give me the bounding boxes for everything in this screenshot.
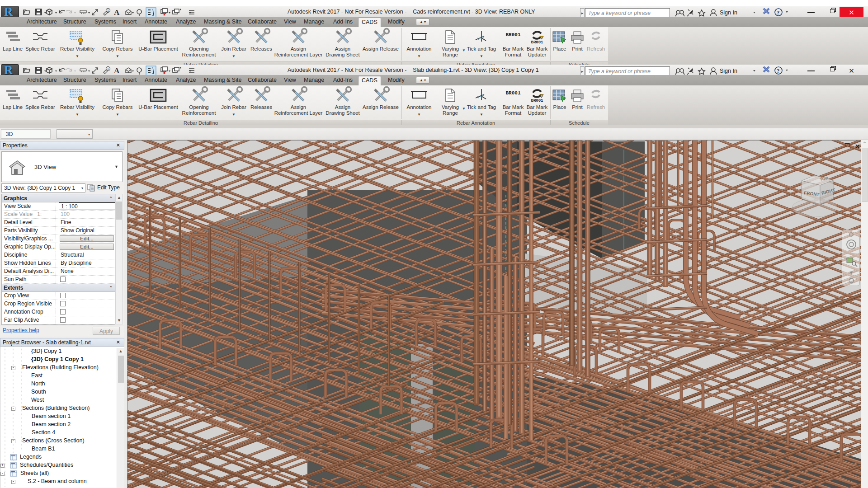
svg-text:BR001: BR001 [531,40,543,45]
svg-text:BR001: BR001 [505,32,520,38]
svg-text:A: A [114,66,120,75]
svg-text:?: ? [777,9,780,16]
svg-text:Sign In: Sign In [720,68,737,74]
svg-text:Sign In: Sign In [720,9,737,16]
svg-text:1: 1 [107,9,109,12]
svg-text:BR001: BR001 [531,99,543,103]
svg-text:A: A [114,8,120,17]
svg-text:BR001: BR001 [505,90,520,96]
svg-text:1: 1 [107,67,109,70]
svg-text:?: ? [777,67,780,74]
